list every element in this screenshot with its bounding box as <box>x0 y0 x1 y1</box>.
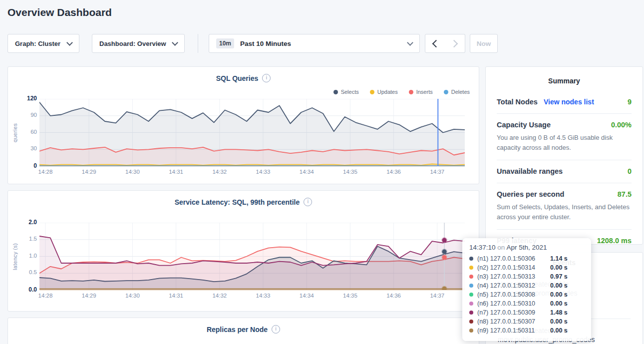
tooltip-node-value: 0.00 s <box>550 327 568 334</box>
chevron-down-icon <box>407 39 413 46</box>
y-axis-tick-label: 0.5 <box>11 269 37 275</box>
tooltip-node-label: (n1) 127.0.0.1:50306 <box>477 255 550 262</box>
summary-label: Total Nodes <box>497 98 538 106</box>
series-dot-icon <box>469 275 473 279</box>
x-axis-tick-label: 14:32 <box>208 169 232 175</box>
summary-title: Summary <box>497 74 632 91</box>
series-dot-icon <box>469 311 473 315</box>
tooltip-node-value: 0.00 s <box>550 291 568 298</box>
x-axis-tick-label: 14:29 <box>77 293 101 299</box>
y-axis-tick-label: 0 <box>11 162 37 169</box>
info-icon[interactable] <box>272 325 280 334</box>
summary-value: 87.5 <box>618 190 632 198</box>
tooltip-node-label: (n8) 127.0.0.1:50307 <box>477 318 550 325</box>
tooltip-row-n3: (n3) 127.0.0.1:503130.97 s <box>469 272 584 281</box>
x-axis-tick-label: 14:30 <box>120 293 144 299</box>
x-axis-tick-label: 14:37 <box>425 293 449 299</box>
summary-value: 0 <box>628 167 632 175</box>
series-dot-icon <box>469 302 473 306</box>
series-dot-icon <box>469 284 473 288</box>
y-axis-tick-label: 0.0 <box>11 286 37 293</box>
service-latency-chart <box>39 223 465 290</box>
graph-selector-label: Graph: Cluster <box>15 40 60 47</box>
tooltip-node-value: 1.14 s <box>550 255 568 262</box>
summary-row-total-nodes: Total Nodes View nodes list 9 <box>497 91 632 113</box>
time-range-selector[interactable]: 10m Past 10 Minutes <box>209 34 420 53</box>
sql-queries-chart <box>39 99 465 166</box>
replicas-per-node-chart-panel: Replicas per Node <box>7 318 479 344</box>
x-axis-tick-label: 14:32 <box>208 293 232 299</box>
series-dot-icon <box>469 320 473 324</box>
series-dot-icon <box>469 293 473 297</box>
x-axis-tick-label: 14:36 <box>382 293 406 299</box>
chart-title: Replicas per Node <box>207 326 268 334</box>
tooltip-row-n8: (n8) 127.0.0.1:503070.00 s <box>469 317 584 326</box>
y-axis-tick-label: 60 <box>11 129 37 135</box>
summary-label: Capacity Usage <box>497 121 551 129</box>
x-axis-tick-label: 14:35 <box>338 169 362 175</box>
tooltip-row-n5: (n5) 127.0.0.1:503080.00 s <box>469 290 584 299</box>
summary-value: 0.00% <box>611 121 632 129</box>
x-axis-tick-label: 14:28 <box>33 293 57 299</box>
x-axis-tick-label: 14:29 <box>77 169 101 175</box>
x-axis-tick-label: 14:35 <box>338 293 362 299</box>
x-axis-tick-label: 14:36 <box>382 169 406 175</box>
tooltip-node-label: (n4) 127.0.0.1:50312 <box>477 282 550 289</box>
tooltip-node-label: (n9) 127.0.0.1:50311 <box>477 327 550 334</box>
tooltip-row-n9: (n9) 127.0.0.1:503110.00 s <box>469 326 584 335</box>
x-axis-tick-label: 14:37 <box>425 169 449 175</box>
summary-value: 1208.0 ms <box>597 237 632 245</box>
y-axis-tick-label: 1.5 <box>11 236 37 242</box>
x-axis-tick-label: 14:31 <box>164 169 188 175</box>
tooltip-node-label: (n3) 127.0.0.1:50313 <box>477 273 550 280</box>
chevron-down-icon <box>66 39 73 46</box>
dashboard-selector-label: Dashboard: Overview <box>99 40 166 47</box>
y-axis-tick-label: 1.0 <box>11 253 37 259</box>
y-axis-tick-label: 90 <box>11 112 37 118</box>
x-axis-tick-label: 14:31 <box>164 293 188 299</box>
x-axis-tick-label: 14:34 <box>295 293 319 299</box>
tooltip-row-n6: (n6) 127.0.0.1:503100.00 s <box>469 299 584 308</box>
tooltip-node-value: 0.00 s <box>550 282 568 289</box>
tooltip-row-n4: (n4) 127.0.0.1:503120.00 s <box>469 281 584 290</box>
summary-card: Summary Total Nodes View nodes list 9 Ca… <box>485 66 643 245</box>
tooltip-node-label: (n7) 127.0.0.1:50309 <box>477 309 550 316</box>
summary-value: 9 <box>628 98 632 106</box>
chart-hover-tooltip: 14:37:10 on Apr 5th, 2021 (n1) 127.0.0.1… <box>462 238 591 341</box>
tooltip-row-n7: (n7) 127.0.0.1:503091.48 s <box>469 308 584 317</box>
tooltip-connector: on <box>497 244 505 251</box>
service-latency-plot-area[interactable]: latency (s) 0.00.51.01.52.014:2814:2914:… <box>8 191 479 311</box>
summary-description: You are using 0 B of 4.5 GiB usable disk… <box>497 133 632 152</box>
series-dot-icon <box>469 266 473 270</box>
tooltip-node-value: 0.00 s <box>550 300 568 307</box>
time-prev-button[interactable] <box>425 34 445 53</box>
controls-divider <box>198 34 198 53</box>
page-title: Overview Dashboard <box>7 6 112 18</box>
chevron-down-icon <box>172 39 178 46</box>
tooltip-node-label: (n2) 127.0.0.1:50314 <box>477 264 550 271</box>
summary-row-unavailable-ranges: Unavailable ranges 0 <box>497 160 632 183</box>
tooltip-node-label: (n6) 127.0.0.1:50310 <box>477 300 550 307</box>
summary-description: Sum of Selects, Updates, Inserts, and De… <box>497 202 632 222</box>
graph-selector-dropdown[interactable]: Graph: Cluster <box>7 34 79 53</box>
tooltip-time: 14:37:10 <box>469 244 496 251</box>
x-axis-tick-label: 14:34 <box>295 169 319 175</box>
tooltip-row-n1: (n1) 127.0.0.1:503061.14 s <box>469 254 584 263</box>
tooltip-node-value: 0.00 s <box>550 264 568 271</box>
sql-queries-chart-panel: SQL Queries Selects Updates Inserts Dele… <box>7 66 479 184</box>
sql-queries-plot-area[interactable]: queries 030609012014:2814:2914:3014:3114… <box>8 67 479 184</box>
view-nodes-list-link[interactable]: View nodes list <box>544 98 594 106</box>
series-dot-icon <box>469 329 473 333</box>
x-axis-tick-label: 14:33 <box>251 169 275 175</box>
tooltip-date: Apr 5th, 2021 <box>506 244 547 251</box>
now-button[interactable]: Now <box>470 34 498 53</box>
tooltip-node-value: 0.97 s <box>550 273 568 280</box>
tooltip-node-label: (n5) 127.0.0.1:50308 <box>477 291 550 298</box>
chevron-right-icon <box>450 39 458 47</box>
y-axis-tick-label: 2.0 <box>11 219 37 226</box>
time-next-button[interactable] <box>445 34 465 53</box>
summary-row-capacity-usage: Capacity Usage 0.00% You are using 0 B o… <box>497 113 632 160</box>
x-axis-tick-label: 14:30 <box>120 169 144 175</box>
dashboard-selector-dropdown[interactable]: Dashboard: Overview <box>92 34 185 53</box>
summary-label: Unavailable ranges <box>497 167 563 175</box>
